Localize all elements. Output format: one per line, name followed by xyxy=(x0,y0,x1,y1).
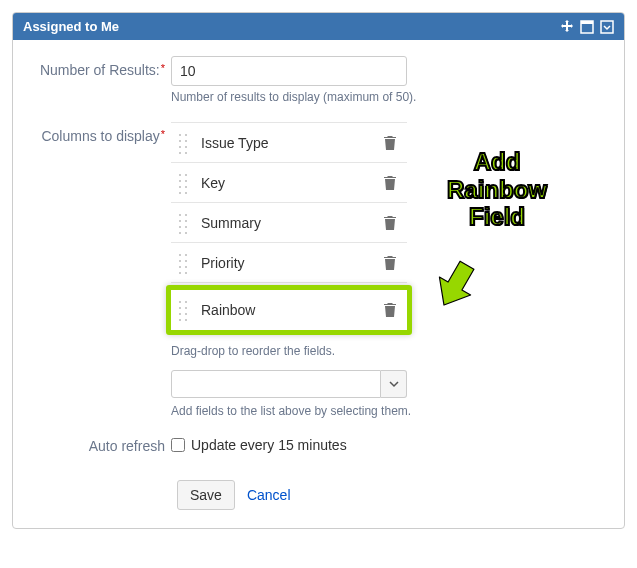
column-item[interactable]: Priority xyxy=(171,243,407,283)
drag-handle-icon[interactable] xyxy=(177,132,189,154)
highlighted-column: Rainbow xyxy=(166,285,412,335)
chevron-down-icon[interactable] xyxy=(600,20,614,34)
column-item-label: Priority xyxy=(201,255,379,271)
add-field-select-button[interactable] xyxy=(381,370,407,398)
num-results-row: Number of Results:* Number of results to… xyxy=(29,56,612,116)
drag-handle-icon[interactable] xyxy=(177,172,189,194)
auto-refresh-checkbox[interactable] xyxy=(171,438,185,452)
cancel-button[interactable]: Cancel xyxy=(247,487,291,503)
num-results-label: Number of Results:* xyxy=(29,56,171,78)
panel-title: Assigned to Me xyxy=(23,19,119,34)
drag-handle-icon[interactable] xyxy=(177,299,189,321)
delete-column-button[interactable] xyxy=(379,173,401,193)
svg-rect-1 xyxy=(581,21,593,24)
column-item-label: Key xyxy=(201,175,379,191)
column-item[interactable]: Key xyxy=(171,163,407,203)
auto-refresh-label: Auto refresh xyxy=(29,436,171,454)
svg-rect-2 xyxy=(601,21,613,33)
move-icon[interactable] xyxy=(560,20,574,34)
auto-refresh-checkbox-wrap[interactable]: Update every 15 minutes xyxy=(171,436,612,453)
save-button[interactable]: Save xyxy=(177,480,235,510)
form-actions: Save Cancel xyxy=(29,480,612,510)
column-item-label: Issue Type xyxy=(201,135,379,151)
columns-row: Columns to display* Issue TypeKeySummary… xyxy=(29,122,612,430)
panel-header: Assigned to Me xyxy=(13,13,624,40)
config-panel: Assigned to Me Number of Results:* Numbe… xyxy=(12,12,625,529)
column-item[interactable]: Summary xyxy=(171,203,407,243)
header-icons xyxy=(560,20,614,34)
panel-body: Number of Results:* Number of results to… xyxy=(13,40,624,528)
column-item[interactable]: Rainbow xyxy=(171,290,407,330)
delete-column-button[interactable] xyxy=(379,300,401,320)
required-indicator: * xyxy=(161,62,165,74)
delete-column-button[interactable] xyxy=(379,133,401,153)
maximize-icon[interactable] xyxy=(580,20,594,34)
num-results-input[interactable] xyxy=(171,56,407,86)
add-field-select-input[interactable] xyxy=(171,370,381,398)
column-item-label: Rainbow xyxy=(201,302,379,318)
columns-label: Columns to display* xyxy=(29,122,171,144)
num-results-helper: Number of results to display (maximum of… xyxy=(171,90,612,104)
delete-column-button[interactable] xyxy=(379,253,401,273)
columns-list: Issue TypeKeySummaryPriorityRainbow xyxy=(171,122,407,335)
drag-handle-icon[interactable] xyxy=(177,252,189,274)
auto-refresh-row: Auto refresh Update every 15 minutes xyxy=(29,436,612,454)
delete-column-button[interactable] xyxy=(379,213,401,233)
reorder-helper: Drag-drop to reorder the fields. xyxy=(171,344,612,358)
column-item-label: Summary xyxy=(201,215,379,231)
drag-handle-icon[interactable] xyxy=(177,212,189,234)
add-field-select[interactable] xyxy=(171,370,407,398)
auto-refresh-checkbox-label: Update every 15 minutes xyxy=(191,437,347,453)
select-helper: Add fields to the list above by selectin… xyxy=(171,404,612,418)
required-indicator: * xyxy=(161,128,165,140)
column-item[interactable]: Issue Type xyxy=(171,123,407,163)
